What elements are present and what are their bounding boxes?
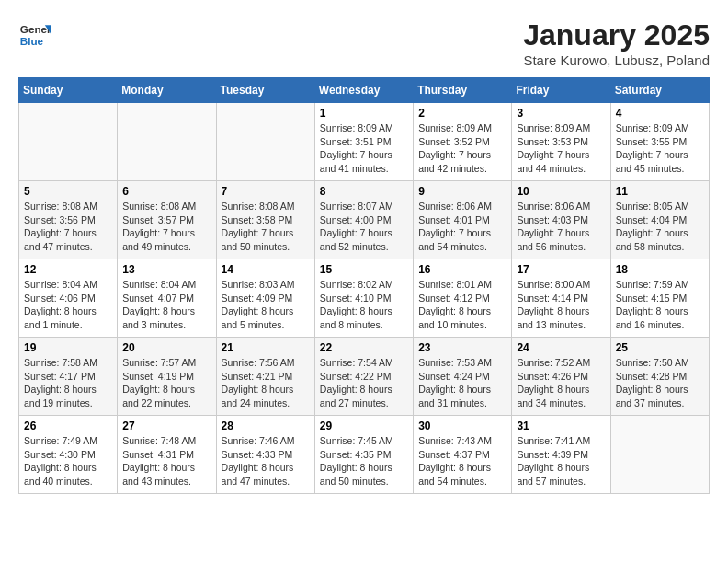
calendar-cell: 28Sunrise: 7:46 AM Sunset: 4:33 PM Dayli…: [216, 416, 314, 494]
day-number: 12: [24, 263, 112, 276]
calendar-cell: 14Sunrise: 8:03 AM Sunset: 4:09 PM Dayli…: [216, 259, 314, 338]
day-detail: Sunrise: 7:57 AM Sunset: 4:19 PM Dayligh…: [122, 356, 210, 410]
calendar-cell: 4Sunrise: 8:09 AM Sunset: 3:55 PM Daylig…: [610, 103, 709, 181]
day-detail: Sunrise: 7:58 AM Sunset: 4:17 PM Dayligh…: [24, 356, 112, 410]
calendar-cell: 13Sunrise: 8:04 AM Sunset: 4:07 PM Dayli…: [118, 259, 216, 338]
day-detail: Sunrise: 7:49 AM Sunset: 4:30 PM Dayligh…: [24, 434, 112, 488]
day-number: 2: [418, 107, 506, 120]
week-row-3: 12Sunrise: 8:04 AM Sunset: 4:06 PM Dayli…: [19, 259, 710, 338]
day-detail: Sunrise: 8:07 AM Sunset: 4:00 PM Dayligh…: [320, 200, 408, 254]
weekday-header-tuesday: Tuesday: [216, 78, 314, 103]
calendar-cell: 25Sunrise: 7:50 AM Sunset: 4:28 PM Dayli…: [610, 338, 709, 416]
logo: General Blue: [18, 18, 51, 52]
weekday-header-friday: Friday: [512, 78, 610, 103]
week-row-5: 26Sunrise: 7:49 AM Sunset: 4:30 PM Dayli…: [19, 416, 710, 494]
day-detail: Sunrise: 8:00 AM Sunset: 4:14 PM Dayligh…: [517, 278, 605, 332]
day-detail: Sunrise: 8:08 AM Sunset: 3:57 PM Dayligh…: [122, 200, 210, 254]
day-number: 4: [616, 107, 704, 120]
day-detail: Sunrise: 8:04 AM Sunset: 4:06 PM Dayligh…: [24, 278, 112, 332]
day-number: 28: [222, 419, 310, 432]
calendar-cell: 29Sunrise: 7:45 AM Sunset: 4:35 PM Dayli…: [314, 416, 413, 494]
day-number: 26: [24, 419, 112, 432]
calendar-body: 1Sunrise: 8:09 AM Sunset: 3:51 PM Daylig…: [19, 103, 710, 494]
day-detail: Sunrise: 8:02 AM Sunset: 4:10 PM Dayligh…: [320, 278, 408, 332]
day-detail: Sunrise: 8:09 AM Sunset: 3:51 PM Dayligh…: [320, 121, 408, 176]
svg-text:Blue: Blue: [20, 35, 44, 47]
calendar-cell: 22Sunrise: 7:54 AM Sunset: 4:22 PM Dayli…: [314, 338, 413, 416]
weekday-header-sunday: Sunday: [19, 78, 118, 103]
day-number: 21: [222, 341, 310, 354]
day-number: 8: [320, 185, 408, 198]
day-number: 5: [24, 185, 112, 198]
page-header: General Blue January 2025 Stare Kurowo, …: [18, 18, 710, 68]
day-number: 16: [418, 263, 506, 276]
day-number: 3: [517, 107, 605, 120]
day-detail: Sunrise: 7:59 AM Sunset: 4:15 PM Dayligh…: [616, 278, 704, 332]
calendar-cell: 11Sunrise: 8:05 AM Sunset: 4:04 PM Dayli…: [610, 181, 709, 259]
day-number: 25: [616, 341, 704, 354]
calendar-cell: 18Sunrise: 7:59 AM Sunset: 4:15 PM Dayli…: [610, 259, 709, 338]
day-detail: Sunrise: 7:53 AM Sunset: 4:24 PM Dayligh…: [418, 356, 506, 410]
calendar-cell: [610, 416, 709, 494]
day-detail: Sunrise: 8:06 AM Sunset: 4:01 PM Dayligh…: [418, 200, 506, 254]
calendar-cell: 9Sunrise: 8:06 AM Sunset: 4:01 PM Daylig…: [414, 181, 512, 259]
calendar-subtitle: Stare Kurowo, Lubusz, Poland: [523, 52, 710, 68]
day-detail: Sunrise: 7:56 AM Sunset: 4:21 PM Dayligh…: [222, 356, 310, 410]
calendar-cell: 26Sunrise: 7:49 AM Sunset: 4:30 PM Dayli…: [19, 416, 118, 494]
day-detail: Sunrise: 7:52 AM Sunset: 4:26 PM Dayligh…: [517, 356, 605, 410]
calendar-cell: 15Sunrise: 8:02 AM Sunset: 4:10 PM Dayli…: [314, 259, 413, 338]
calendar-cell: 23Sunrise: 7:53 AM Sunset: 4:24 PM Dayli…: [414, 338, 512, 416]
day-number: 24: [517, 341, 605, 354]
day-number: 17: [517, 263, 605, 276]
day-number: 20: [122, 341, 210, 354]
calendar-cell: 2Sunrise: 8:09 AM Sunset: 3:52 PM Daylig…: [414, 103, 512, 181]
weekday-header-thursday: Thursday: [414, 78, 512, 103]
day-number: 18: [616, 263, 704, 276]
day-detail: Sunrise: 7:48 AM Sunset: 4:31 PM Dayligh…: [122, 434, 210, 488]
day-detail: Sunrise: 8:01 AM Sunset: 4:12 PM Dayligh…: [418, 278, 506, 332]
day-detail: Sunrise: 8:05 AM Sunset: 4:04 PM Dayligh…: [616, 200, 704, 254]
day-number: 7: [222, 185, 310, 198]
svg-text:General: General: [20, 23, 51, 35]
day-detail: Sunrise: 7:46 AM Sunset: 4:33 PM Dayligh…: [222, 434, 310, 488]
calendar-cell: 8Sunrise: 8:07 AM Sunset: 4:00 PM Daylig…: [314, 181, 413, 259]
calendar-cell: 16Sunrise: 8:01 AM Sunset: 4:12 PM Dayli…: [414, 259, 512, 338]
weekday-header-saturday: Saturday: [610, 78, 709, 103]
calendar-cell: 3Sunrise: 8:09 AM Sunset: 3:53 PM Daylig…: [512, 103, 610, 181]
calendar-cell: 31Sunrise: 7:41 AM Sunset: 4:39 PM Dayli…: [512, 416, 610, 494]
day-detail: Sunrise: 8:08 AM Sunset: 3:56 PM Dayligh…: [24, 200, 112, 254]
calendar-table: SundayMondayTuesdayWednesdayThursdayFrid…: [18, 77, 710, 494]
calendar-cell: 27Sunrise: 7:48 AM Sunset: 4:31 PM Dayli…: [118, 416, 216, 494]
day-number: 31: [517, 419, 605, 432]
day-detail: Sunrise: 7:54 AM Sunset: 4:22 PM Dayligh…: [320, 356, 408, 410]
calendar-cell: 6Sunrise: 8:08 AM Sunset: 3:57 PM Daylig…: [118, 181, 216, 259]
day-number: 1: [320, 107, 408, 120]
week-row-2: 5Sunrise: 8:08 AM Sunset: 3:56 PM Daylig…: [19, 181, 710, 259]
day-number: 23: [418, 341, 506, 354]
logo-icon: General Blue: [18, 18, 51, 52]
calendar-title: January 2025: [523, 18, 710, 52]
calendar-cell: 17Sunrise: 8:00 AM Sunset: 4:14 PM Dayli…: [512, 259, 610, 338]
calendar-cell: 19Sunrise: 7:58 AM Sunset: 4:17 PM Dayli…: [19, 338, 118, 416]
calendar-cell: 21Sunrise: 7:56 AM Sunset: 4:21 PM Dayli…: [216, 338, 314, 416]
day-number: 29: [320, 419, 408, 432]
day-detail: Sunrise: 8:04 AM Sunset: 4:07 PM Dayligh…: [122, 278, 210, 332]
day-number: 15: [320, 263, 408, 276]
title-block: January 2025 Stare Kurowo, Lubusz, Polan…: [523, 18, 710, 68]
day-number: 14: [222, 263, 310, 276]
day-number: 22: [320, 341, 408, 354]
day-detail: Sunrise: 8:06 AM Sunset: 4:03 PM Dayligh…: [517, 200, 605, 254]
calendar-cell: 5Sunrise: 8:08 AM Sunset: 3:56 PM Daylig…: [19, 181, 118, 259]
day-number: 6: [122, 185, 210, 198]
day-detail: Sunrise: 7:41 AM Sunset: 4:39 PM Dayligh…: [517, 434, 605, 488]
day-detail: Sunrise: 8:09 AM Sunset: 3:52 PM Dayligh…: [418, 121, 506, 176]
day-detail: Sunrise: 8:08 AM Sunset: 3:58 PM Dayligh…: [222, 200, 310, 254]
calendar-cell: 20Sunrise: 7:57 AM Sunset: 4:19 PM Dayli…: [118, 338, 216, 416]
calendar-cell: 24Sunrise: 7:52 AM Sunset: 4:26 PM Dayli…: [512, 338, 610, 416]
weekday-header-row: SundayMondayTuesdayWednesdayThursdayFrid…: [19, 78, 710, 103]
calendar-cell: [19, 103, 118, 181]
calendar-cell: 30Sunrise: 7:43 AM Sunset: 4:37 PM Dayli…: [414, 416, 512, 494]
week-row-1: 1Sunrise: 8:09 AM Sunset: 3:51 PM Daylig…: [19, 103, 710, 181]
day-number: 30: [418, 419, 506, 432]
day-number: 10: [517, 185, 605, 198]
